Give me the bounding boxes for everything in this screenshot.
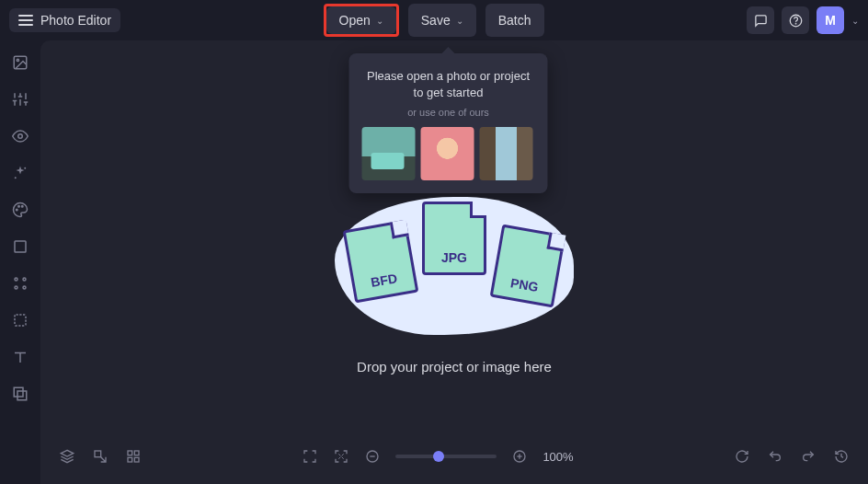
help-icon	[789, 14, 803, 28]
palette-icon[interactable]	[11, 201, 29, 219]
layers-button[interactable]	[59, 448, 75, 465]
compare-button[interactable]	[92, 448, 108, 465]
avatar[interactable]: M	[817, 6, 844, 34]
svg-point-18	[22, 206, 24, 208]
avatar-initial: M	[825, 13, 836, 28]
sparkle-icon[interactable]	[11, 164, 29, 182]
svg-point-16	[17, 209, 18, 211]
toolbar-right: M ⌄	[747, 6, 859, 34]
help-button[interactable]	[782, 6, 809, 34]
svg-point-17	[18, 206, 20, 208]
sliders-icon[interactable]	[11, 90, 29, 109]
zoom-value: 100%	[542, 450, 573, 464]
fullscreen-button[interactable]	[302, 448, 318, 465]
undo-button[interactable]	[767, 448, 783, 465]
filecard-png: PNG	[490, 224, 566, 307]
chevron-down-icon[interactable]: ⌄	[851, 16, 859, 26]
top-bar: Photo Editor Open ⌄ Save ⌄ Batch M ⌄	[0, 0, 868, 40]
svg-rect-31	[128, 457, 132, 462]
svg-rect-19	[15, 241, 26, 252]
svg-point-3	[17, 59, 18, 61]
chevron-down-icon: ⌄	[456, 16, 463, 26]
svg-rect-32	[134, 457, 139, 462]
svg-rect-30	[134, 451, 139, 455]
zoom-knob[interactable]	[433, 451, 444, 462]
drop-illustration: BFD JPG PNG	[335, 197, 574, 335]
grid-view-button[interactable]	[125, 448, 142, 465]
history-button[interactable]	[833, 448, 850, 465]
zoom-in-button[interactable]	[511, 448, 528, 465]
filecard-bfd: BFD	[343, 219, 419, 303]
svg-point-14	[24, 167, 26, 169]
image-icon[interactable]	[11, 53, 29, 72]
svg-rect-25	[14, 387, 23, 397]
sample-thumb-van[interactable]	[362, 127, 416, 180]
open-button[interactable]: Open ⌄	[326, 6, 396, 34]
batch-label: Batch	[498, 13, 531, 28]
open-popover: Please open a photo or project to get st…	[349, 53, 548, 193]
toolbar-center: Open ⌄ Save ⌄ Batch	[120, 4, 747, 37]
save-label: Save	[421, 13, 451, 28]
svg-rect-29	[128, 451, 132, 455]
bottom-bar: 100%	[40, 429, 868, 484]
text-icon[interactable]	[11, 348, 29, 366]
save-button[interactable]: Save ⌄	[408, 4, 476, 37]
popover-subtitle: or use one of ours	[362, 107, 535, 118]
eye-icon[interactable]	[11, 127, 29, 145]
open-label: Open	[339, 13, 371, 28]
feedback-button[interactable]	[747, 6, 774, 34]
redo-button[interactable]	[800, 448, 817, 465]
popover-title: Please open a photo or project to get st…	[362, 68, 535, 101]
open-button-highlight: Open ⌄	[324, 4, 399, 37]
canvas-area[interactable]: Please open a photo or project to get st…	[40, 40, 868, 429]
app-title: Photo Editor	[40, 13, 111, 28]
refresh-button[interactable]	[734, 448, 750, 465]
svg-point-21	[23, 278, 26, 281]
svg-rect-24	[15, 315, 26, 326]
chat-icon	[754, 14, 768, 28]
bottombar-center: 100%	[142, 448, 734, 465]
chevron-down-icon: ⌄	[376, 16, 383, 26]
crop-icon[interactable]	[11, 237, 29, 256]
svg-rect-28	[95, 451, 101, 457]
drop-hint: Drop your project or image here	[357, 359, 552, 375]
svg-marker-27	[61, 450, 73, 456]
batch-button[interactable]: Batch	[485, 4, 544, 37]
popover-samples	[362, 127, 535, 180]
zoom-slider[interactable]	[395, 455, 497, 458]
bottombar-right	[734, 448, 850, 465]
sample-thumb-face[interactable]	[421, 127, 474, 180]
svg-point-23	[23, 286, 26, 289]
filecard-jpg: JPG	[422, 202, 486, 275]
svg-point-15	[15, 177, 17, 179]
grid-icon[interactable]	[11, 274, 29, 293]
svg-point-1	[795, 23, 796, 24]
overlay-icon[interactable]	[11, 385, 29, 403]
svg-point-20	[15, 278, 17, 281]
app-menu[interactable]: Photo Editor	[9, 8, 120, 32]
zoom-out-button[interactable]	[364, 448, 381, 465]
sample-thumb-city[interactable]	[480, 127, 533, 180]
svg-point-13	[18, 134, 23, 139]
bottombar-left	[59, 448, 142, 465]
svg-rect-26	[17, 391, 27, 400]
fit-button[interactable]	[333, 448, 349, 465]
shapes-icon[interactable]	[11, 311, 29, 329]
svg-point-22	[15, 286, 17, 289]
hamburger-icon	[18, 15, 33, 26]
sidebar	[0, 40, 40, 429]
